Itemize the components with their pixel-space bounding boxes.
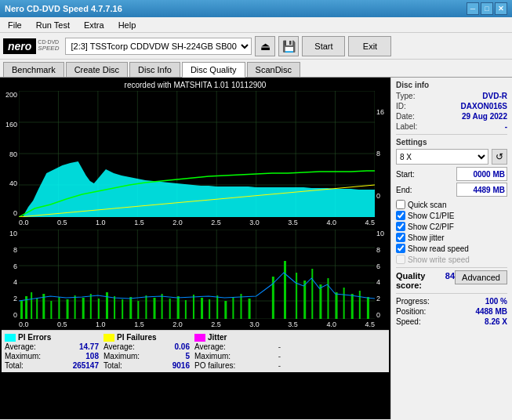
disc-label-value: -: [505, 122, 507, 131]
menu-help[interactable]: Help: [114, 19, 141, 31]
quick-scan-row: Quick scan: [396, 200, 507, 209]
svg-rect-54: [193, 295, 194, 319]
pi-failures-label: PI Failures: [117, 333, 157, 342]
show-c1-pie-label: Show C1/PIE: [408, 212, 454, 220]
chart-area: recorded with MATSHITA 1.01 10112900 200…: [0, 78, 390, 419]
quick-scan-checkbox[interactable]: [396, 200, 405, 209]
show-c2-pif-checkbox[interactable]: [396, 222, 405, 231]
jitter-label: Jitter: [208, 333, 227, 342]
jitter-max-label: Maximum:: [194, 352, 231, 360]
speed-row: Speed: 8.26 X: [396, 317, 507, 326]
close-button[interactable]: ✕: [495, 2, 507, 15]
title-bar: Nero CD-DVD Speed 4.7.7.16 ─ □ ✕: [0, 0, 512, 17]
svg-rect-56: [209, 299, 210, 319]
svg-rect-63: [284, 261, 286, 319]
nero-subtitle: CD·DVDSPEED: [38, 39, 59, 52]
jitter-avg-value: -: [278, 342, 281, 351]
jitter-avg-label: Average:: [194, 342, 226, 351]
tab-benchmark[interactable]: Benchmark: [3, 62, 64, 77]
svg-rect-39: [74, 295, 76, 319]
disc-date-label: Date:: [396, 112, 415, 121]
svg-rect-52: [177, 296, 180, 319]
pi-failures-avg-value: 0.06: [175, 342, 190, 351]
quality-score-value: 84: [445, 271, 455, 290]
exit-button[interactable]: Exit: [348, 36, 391, 56]
drive-select[interactable]: [2:3] TSSTcorp CDDVDW SH-224GB SB00: [65, 38, 252, 55]
speed-label: Speed:: [396, 317, 421, 326]
quality-score-label: Quality score:: [396, 271, 445, 290]
show-read-speed-row: Show read speed: [396, 244, 507, 253]
tab-disc-info[interactable]: Disc Info: [129, 62, 180, 77]
start-input[interactable]: [456, 167, 507, 181]
svg-rect-60: [240, 294, 241, 319]
show-c2-pif-label: Show C2/PIF: [408, 223, 454, 231]
divider-2: [396, 267, 507, 268]
advanced-button[interactable]: Advanced: [455, 270, 507, 284]
speed-select[interactable]: 8 X Max 2 X 4 X: [396, 149, 488, 165]
quality-score-row: Quality score: 84: [396, 271, 455, 290]
start-button[interactable]: Start: [302, 36, 345, 56]
svg-rect-41: [90, 294, 92, 319]
disc-label-label: Label:: [396, 122, 417, 131]
svg-rect-46: [129, 297, 132, 319]
show-c1-pie-row: Show C1/PIE: [396, 211, 507, 220]
svg-rect-61: [249, 299, 251, 319]
bottom-chart-y-labels-right: 10 8 6 4 2 0: [375, 230, 389, 319]
tab-disc-quality[interactable]: Disc Quality: [182, 62, 245, 78]
pi-failures-color: [103, 334, 114, 342]
bottom-chart-svg: [19, 230, 375, 319]
progress-value: 100 %: [485, 297, 507, 306]
pi-errors-label: PI Errors: [18, 333, 51, 342]
svg-rect-67: [319, 284, 321, 319]
svg-rect-64: [296, 273, 297, 319]
svg-rect-50: [162, 294, 163, 319]
tab-create-disc[interactable]: Create Disc: [66, 62, 128, 77]
svg-rect-37: [58, 297, 60, 319]
svg-rect-73: [367, 297, 369, 319]
svg-rect-69: [336, 292, 338, 319]
maximize-button[interactable]: □: [481, 2, 493, 15]
progress-row: Progress: 100 %: [396, 297, 507, 306]
svg-rect-65: [303, 281, 306, 319]
refresh-button[interactable]: ↺: [492, 149, 507, 165]
svg-rect-47: [137, 301, 139, 319]
pi-failures-avg-label: Average:: [103, 342, 135, 351]
svg-rect-40: [82, 298, 85, 319]
end-row: End:: [396, 183, 507, 197]
jitter-max-value: -: [278, 352, 281, 360]
show-c1-pie-checkbox[interactable]: [396, 211, 405, 220]
minimize-button[interactable]: ─: [467, 2, 479, 15]
main-content: recorded with MATSHITA 1.01 10112900 200…: [0, 78, 512, 419]
svg-rect-33: [31, 292, 32, 319]
pi-errors-avg-label: Average:: [5, 342, 36, 351]
svg-rect-48: [145, 295, 147, 319]
menu-file[interactable]: File: [3, 19, 27, 31]
eject-button[interactable]: ⏏: [255, 36, 275, 56]
svg-rect-70: [343, 288, 345, 319]
menu-run-test[interactable]: Run Test: [31, 19, 74, 31]
disc-date-row: Date: 29 Aug 2022: [396, 112, 507, 121]
pi-failures-total-label: Total:: [103, 361, 122, 370]
end-input[interactable]: [456, 183, 507, 197]
tab-scan-disc[interactable]: ScanDisc: [247, 62, 300, 77]
svg-rect-57: [216, 295, 218, 319]
disc-type-label: Type:: [396, 92, 415, 100]
show-read-speed-checkbox[interactable]: [396, 244, 405, 253]
speed-value: 8.26 X: [485, 317, 507, 326]
disc-id-row: ID: DAXON016S: [396, 102, 507, 110]
toolbar: nero CD·DVDSPEED [2:3] TSSTcorp CDDVDW S…: [0, 33, 512, 60]
save-button[interactable]: 💾: [278, 36, 299, 56]
svg-rect-42: [98, 299, 100, 319]
pi-failures-total-value: 9016: [172, 361, 190, 370]
right-panel: Disc info Type: DVD-R ID: DAXON016S Date…: [390, 78, 512, 419]
quick-scan-label: Quick scan: [408, 201, 446, 209]
divider-1: [396, 134, 507, 135]
top-chart-svg: [19, 91, 375, 217]
pi-errors-max-value: 108: [85, 352, 99, 360]
legend: PI Errors Average: 14.77 Maximum: 108 To…: [2, 330, 389, 372]
svg-rect-44: [114, 296, 115, 319]
show-jitter-label: Show jitter: [408, 234, 445, 242]
tabs: Benchmark Create Disc Disc Info Disc Qua…: [0, 60, 512, 78]
show-jitter-checkbox[interactable]: [396, 233, 405, 242]
menu-extra[interactable]: Extra: [79, 19, 109, 31]
